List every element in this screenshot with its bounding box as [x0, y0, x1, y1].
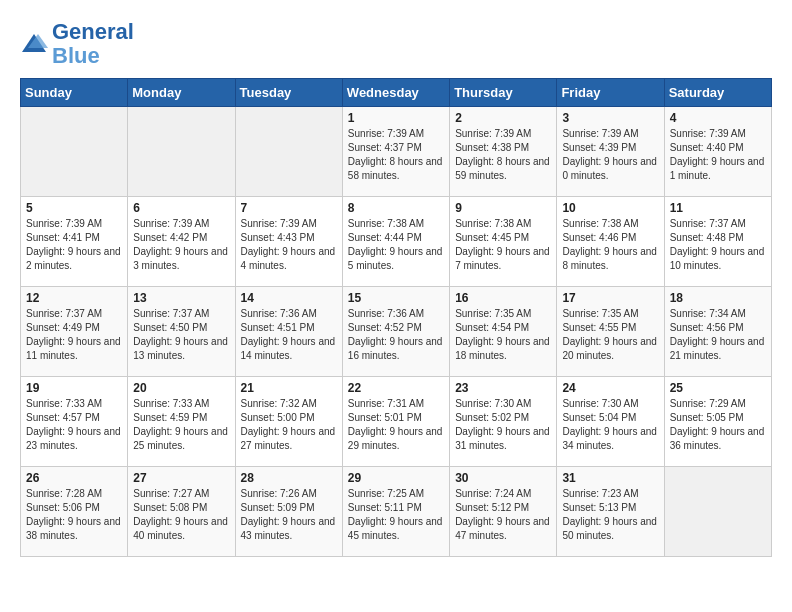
day-number: 20 — [133, 381, 229, 395]
day-cell: 24Sunrise: 7:30 AM Sunset: 5:04 PM Dayli… — [557, 377, 664, 467]
day-number: 15 — [348, 291, 444, 305]
day-number: 16 — [455, 291, 551, 305]
day-cell: 29Sunrise: 7:25 AM Sunset: 5:11 PM Dayli… — [342, 467, 449, 557]
header-cell-thursday: Thursday — [450, 79, 557, 107]
day-cell: 3Sunrise: 7:39 AM Sunset: 4:39 PM Daylig… — [557, 107, 664, 197]
day-cell — [664, 467, 771, 557]
day-cell: 19Sunrise: 7:33 AM Sunset: 4:57 PM Dayli… — [21, 377, 128, 467]
day-number: 8 — [348, 201, 444, 215]
day-info: Sunrise: 7:35 AM Sunset: 4:54 PM Dayligh… — [455, 307, 551, 363]
day-number: 1 — [348, 111, 444, 125]
day-number: 6 — [133, 201, 229, 215]
day-info: Sunrise: 7:39 AM Sunset: 4:37 PM Dayligh… — [348, 127, 444, 183]
day-cell: 25Sunrise: 7:29 AM Sunset: 5:05 PM Dayli… — [664, 377, 771, 467]
day-info: Sunrise: 7:39 AM Sunset: 4:41 PM Dayligh… — [26, 217, 122, 273]
day-info: Sunrise: 7:39 AM Sunset: 4:40 PM Dayligh… — [670, 127, 766, 183]
day-cell: 10Sunrise: 7:38 AM Sunset: 4:46 PM Dayli… — [557, 197, 664, 287]
day-info: Sunrise: 7:26 AM Sunset: 5:09 PM Dayligh… — [241, 487, 337, 543]
day-number: 29 — [348, 471, 444, 485]
day-number: 18 — [670, 291, 766, 305]
logo: GeneralBlue — [20, 20, 134, 68]
day-cell: 11Sunrise: 7:37 AM Sunset: 4:48 PM Dayli… — [664, 197, 771, 287]
day-cell: 17Sunrise: 7:35 AM Sunset: 4:55 PM Dayli… — [557, 287, 664, 377]
day-info: Sunrise: 7:33 AM Sunset: 4:59 PM Dayligh… — [133, 397, 229, 453]
day-cell: 27Sunrise: 7:27 AM Sunset: 5:08 PM Dayli… — [128, 467, 235, 557]
day-info: Sunrise: 7:29 AM Sunset: 5:05 PM Dayligh… — [670, 397, 766, 453]
day-info: Sunrise: 7:38 AM Sunset: 4:44 PM Dayligh… — [348, 217, 444, 273]
day-number: 17 — [562, 291, 658, 305]
page-header: GeneralBlue — [20, 20, 772, 68]
day-number: 7 — [241, 201, 337, 215]
day-cell — [128, 107, 235, 197]
day-cell: 15Sunrise: 7:36 AM Sunset: 4:52 PM Dayli… — [342, 287, 449, 377]
day-number: 22 — [348, 381, 444, 395]
day-number: 21 — [241, 381, 337, 395]
day-number: 9 — [455, 201, 551, 215]
day-cell: 4Sunrise: 7:39 AM Sunset: 4:40 PM Daylig… — [664, 107, 771, 197]
day-info: Sunrise: 7:36 AM Sunset: 4:52 PM Dayligh… — [348, 307, 444, 363]
day-cell — [21, 107, 128, 197]
day-info: Sunrise: 7:36 AM Sunset: 4:51 PM Dayligh… — [241, 307, 337, 363]
day-number: 10 — [562, 201, 658, 215]
day-number: 5 — [26, 201, 122, 215]
header-cell-tuesday: Tuesday — [235, 79, 342, 107]
week-row-1: 1Sunrise: 7:39 AM Sunset: 4:37 PM Daylig… — [21, 107, 772, 197]
day-info: Sunrise: 7:23 AM Sunset: 5:13 PM Dayligh… — [562, 487, 658, 543]
day-cell — [235, 107, 342, 197]
day-info: Sunrise: 7:30 AM Sunset: 5:02 PM Dayligh… — [455, 397, 551, 453]
day-info: Sunrise: 7:35 AM Sunset: 4:55 PM Dayligh… — [562, 307, 658, 363]
day-info: Sunrise: 7:37 AM Sunset: 4:50 PM Dayligh… — [133, 307, 229, 363]
header-cell-friday: Friday — [557, 79, 664, 107]
logo-icon — [20, 30, 48, 58]
day-info: Sunrise: 7:39 AM Sunset: 4:39 PM Dayligh… — [562, 127, 658, 183]
day-cell: 5Sunrise: 7:39 AM Sunset: 4:41 PM Daylig… — [21, 197, 128, 287]
day-cell: 2Sunrise: 7:39 AM Sunset: 4:38 PM Daylig… — [450, 107, 557, 197]
day-number: 30 — [455, 471, 551, 485]
day-number: 11 — [670, 201, 766, 215]
day-cell: 8Sunrise: 7:38 AM Sunset: 4:44 PM Daylig… — [342, 197, 449, 287]
day-info: Sunrise: 7:31 AM Sunset: 5:01 PM Dayligh… — [348, 397, 444, 453]
day-number: 28 — [241, 471, 337, 485]
day-info: Sunrise: 7:25 AM Sunset: 5:11 PM Dayligh… — [348, 487, 444, 543]
day-info: Sunrise: 7:28 AM Sunset: 5:06 PM Dayligh… — [26, 487, 122, 543]
calendar-table: SundayMondayTuesdayWednesdayThursdayFrid… — [20, 78, 772, 557]
day-cell: 21Sunrise: 7:32 AM Sunset: 5:00 PM Dayli… — [235, 377, 342, 467]
day-cell: 16Sunrise: 7:35 AM Sunset: 4:54 PM Dayli… — [450, 287, 557, 377]
logo-text: GeneralBlue — [52, 20, 134, 68]
day-info: Sunrise: 7:27 AM Sunset: 5:08 PM Dayligh… — [133, 487, 229, 543]
day-info: Sunrise: 7:30 AM Sunset: 5:04 PM Dayligh… — [562, 397, 658, 453]
day-info: Sunrise: 7:33 AM Sunset: 4:57 PM Dayligh… — [26, 397, 122, 453]
day-number: 13 — [133, 291, 229, 305]
day-cell: 26Sunrise: 7:28 AM Sunset: 5:06 PM Dayli… — [21, 467, 128, 557]
day-number: 25 — [670, 381, 766, 395]
day-info: Sunrise: 7:38 AM Sunset: 4:46 PM Dayligh… — [562, 217, 658, 273]
header-cell-sunday: Sunday — [21, 79, 128, 107]
day-cell: 20Sunrise: 7:33 AM Sunset: 4:59 PM Dayli… — [128, 377, 235, 467]
header-cell-saturday: Saturday — [664, 79, 771, 107]
day-cell: 9Sunrise: 7:38 AM Sunset: 4:45 PM Daylig… — [450, 197, 557, 287]
day-number: 31 — [562, 471, 658, 485]
day-cell: 13Sunrise: 7:37 AM Sunset: 4:50 PM Dayli… — [128, 287, 235, 377]
week-row-3: 12Sunrise: 7:37 AM Sunset: 4:49 PM Dayli… — [21, 287, 772, 377]
day-info: Sunrise: 7:37 AM Sunset: 4:48 PM Dayligh… — [670, 217, 766, 273]
day-number: 14 — [241, 291, 337, 305]
week-row-4: 19Sunrise: 7:33 AM Sunset: 4:57 PM Dayli… — [21, 377, 772, 467]
day-info: Sunrise: 7:34 AM Sunset: 4:56 PM Dayligh… — [670, 307, 766, 363]
day-number: 19 — [26, 381, 122, 395]
day-number: 27 — [133, 471, 229, 485]
day-number: 2 — [455, 111, 551, 125]
day-cell: 28Sunrise: 7:26 AM Sunset: 5:09 PM Dayli… — [235, 467, 342, 557]
header-cell-wednesday: Wednesday — [342, 79, 449, 107]
day-info: Sunrise: 7:37 AM Sunset: 4:49 PM Dayligh… — [26, 307, 122, 363]
day-cell: 12Sunrise: 7:37 AM Sunset: 4:49 PM Dayli… — [21, 287, 128, 377]
calendar-body: 1Sunrise: 7:39 AM Sunset: 4:37 PM Daylig… — [21, 107, 772, 557]
day-info: Sunrise: 7:39 AM Sunset: 4:43 PM Dayligh… — [241, 217, 337, 273]
header-cell-monday: Monday — [128, 79, 235, 107]
header-row: SundayMondayTuesdayWednesdayThursdayFrid… — [21, 79, 772, 107]
day-info: Sunrise: 7:32 AM Sunset: 5:00 PM Dayligh… — [241, 397, 337, 453]
calendar-header: SundayMondayTuesdayWednesdayThursdayFrid… — [21, 79, 772, 107]
day-cell: 7Sunrise: 7:39 AM Sunset: 4:43 PM Daylig… — [235, 197, 342, 287]
day-number: 4 — [670, 111, 766, 125]
day-cell: 22Sunrise: 7:31 AM Sunset: 5:01 PM Dayli… — [342, 377, 449, 467]
day-info: Sunrise: 7:39 AM Sunset: 4:42 PM Dayligh… — [133, 217, 229, 273]
